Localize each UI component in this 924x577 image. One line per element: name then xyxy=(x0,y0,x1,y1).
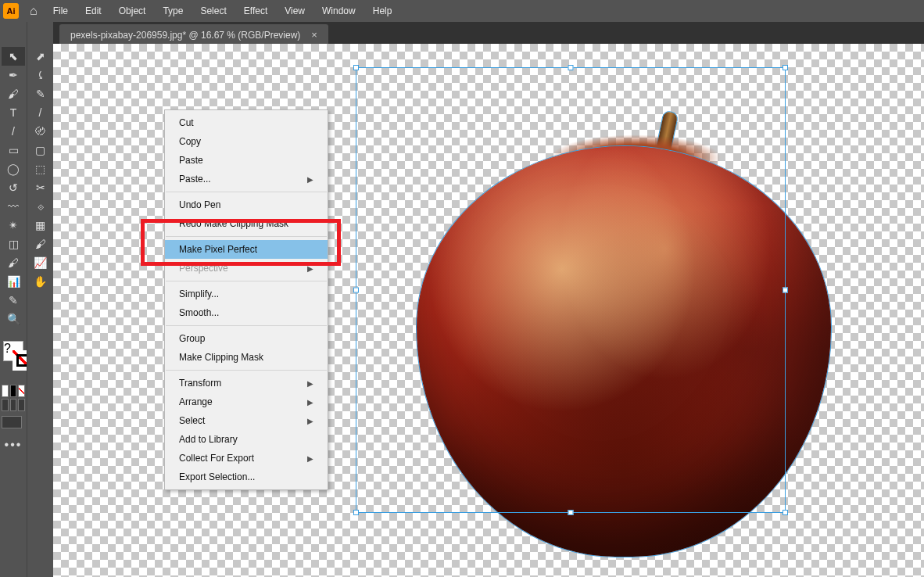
ctx-arrange[interactable]: Arrange▶ xyxy=(165,392,328,411)
direct-selection-tool-icon[interactable]: ⬈ xyxy=(29,47,52,66)
separator xyxy=(166,192,327,192)
shape-builder-tool-icon[interactable]: ✴ xyxy=(2,216,25,235)
document-tabs: pexels-pixabay-206959.jpg* @ 16.67 % (RG… xyxy=(0,22,924,45)
zoom-tool-icon[interactable]: 🔍 xyxy=(2,310,25,328)
menu-window[interactable]: Window xyxy=(314,1,364,21)
menu-view[interactable]: View xyxy=(277,1,313,21)
gradient-tool-icon[interactable]: ▦ xyxy=(29,216,52,235)
separator xyxy=(166,281,327,281)
rotate-tool-icon[interactable]: ↺ xyxy=(2,178,25,197)
menu-help[interactable]: Help xyxy=(365,1,400,21)
ctx-smooth[interactable]: Smooth... xyxy=(165,303,328,322)
artboard-tool-icon[interactable]: ▢ xyxy=(29,141,52,159)
ctx-paste-sub[interactable]: Paste...▶ xyxy=(165,170,328,188)
selection-tool-icon[interactable]: ⬉ xyxy=(2,47,25,66)
color-swatch[interactable] xyxy=(10,385,17,397)
ctx-make-pixel-perfect[interactable]: Make Pixel Perfect xyxy=(165,240,328,259)
draw-inside-icon[interactable] xyxy=(18,399,25,411)
ctx-make-clipping-mask[interactable]: Make Clipping Mask xyxy=(165,348,328,367)
symbol-sprayer-tool-icon[interactable]: 🖌 xyxy=(29,235,52,253)
selected-object[interactable] xyxy=(409,111,839,557)
ctx-paste[interactable]: Paste xyxy=(165,151,328,170)
separator xyxy=(166,236,327,237)
curvature-tool-icon[interactable]: ⤹ xyxy=(29,66,52,84)
ctx-undo[interactable]: Undo Pen xyxy=(165,195,328,214)
ctx-simplify[interactable]: Simplify... xyxy=(165,285,328,303)
eraser-tool-icon[interactable]: 〄 xyxy=(29,122,52,141)
chevron-right-icon: ▶ xyxy=(307,454,313,463)
chevron-right-icon: ▶ xyxy=(307,398,313,407)
scissors-tool-icon[interactable]: ✂ xyxy=(29,178,52,197)
blend-tool-icon[interactable]: 🖌 xyxy=(2,253,25,272)
menu-select[interactable]: Select xyxy=(192,1,234,21)
ellipse-tool-icon[interactable]: ◯ xyxy=(2,159,25,178)
ctx-redo[interactable]: Redo Make Clipping Mask xyxy=(165,214,328,233)
menu-bar: Ai ⌂ File Edit Object Type Select Effect… xyxy=(0,0,924,22)
line-tool-icon[interactable]: / xyxy=(2,122,25,141)
ctx-transform[interactable]: Transform▶ xyxy=(165,374,328,392)
ctx-perspective: Perspective▶ xyxy=(165,259,328,278)
draw-normal-icon[interactable] xyxy=(2,399,9,411)
color-swatch[interactable] xyxy=(2,385,9,397)
separator xyxy=(166,370,327,371)
draw-behind-icon[interactable] xyxy=(10,399,17,411)
ctx-cut[interactable]: Cut xyxy=(165,113,328,132)
document-tab[interactable]: pexels-pixabay-206959.jpg* @ 16.67 % (RG… xyxy=(59,24,328,45)
menu-effect[interactable]: Effect xyxy=(236,1,275,21)
ctx-select[interactable]: Select▶ xyxy=(165,411,328,430)
eyedropper-tool-icon[interactable]: ✎ xyxy=(2,291,25,310)
hand-tool-icon[interactable]: ✋ xyxy=(29,272,52,291)
perspective-grid-tool-icon[interactable]: ⟐ xyxy=(29,197,52,216)
edit-toolbar-button[interactable]: ••• xyxy=(0,438,27,452)
chevron-right-icon: ▶ xyxy=(307,264,313,273)
apple-body xyxy=(417,146,831,557)
ctx-collect-for-export[interactable]: Collect For Export▶ xyxy=(165,449,328,468)
graph-tool-icon[interactable]: 📊 xyxy=(2,272,25,291)
close-icon[interactable]: × xyxy=(311,29,317,41)
fill-stroke-swatch[interactable]: ? xyxy=(2,341,25,378)
column-graph-tool-icon[interactable]: 📈 xyxy=(29,253,52,272)
pen-tool-icon[interactable]: ✒ xyxy=(2,66,25,84)
menu-type[interactable]: Type xyxy=(155,1,191,21)
pencil-tool-icon[interactable]: ✎ xyxy=(29,84,52,103)
separator xyxy=(166,325,327,326)
none-swatch[interactable] xyxy=(18,385,25,397)
tab-label: pexels-pixabay-206959.jpg* @ 16.67 % (RG… xyxy=(70,30,300,41)
app-logo: Ai xyxy=(3,3,19,19)
ctx-export-selection[interactable]: Export Selection... xyxy=(165,468,328,486)
line-segment-tool-icon[interactable]: / xyxy=(29,103,52,122)
width-tool-icon[interactable]: 〰 xyxy=(2,197,25,216)
menu-file[interactable]: File xyxy=(45,1,76,21)
context-menu: Cut Copy Paste Paste...▶ Undo Pen Redo M… xyxy=(164,109,328,490)
screen-mode-icon[interactable] xyxy=(2,416,22,428)
ctx-copy[interactable]: Copy xyxy=(165,132,328,151)
toolbar-column-a: ⬉ ✒ 🖌 T / ▭ ◯ ↺ 〰 ✴ ◫ 🖌 📊 ✎ 🔍 ? ••• xyxy=(0,22,27,577)
ctx-group[interactable]: Group xyxy=(165,329,328,348)
chevron-right-icon: ▶ xyxy=(307,417,313,425)
menu-object[interactable]: Object xyxy=(111,1,154,21)
toolbar-column-b: ⬈ ⤹ ✎ / 〄 ▢ ⬚ ✂ ⟐ ▦ 🖌 📈 ✋ xyxy=(27,22,53,577)
brush-tool-icon[interactable]: 🖌 xyxy=(2,84,25,103)
ctx-add-to-library[interactable]: Add to Library xyxy=(165,430,328,449)
free-transform-tool-icon[interactable]: ⬚ xyxy=(29,159,52,178)
main-menu: File Edit Object Type Select Effect View… xyxy=(45,1,400,21)
mesh-tool-icon[interactable]: ◫ xyxy=(2,235,25,253)
menu-edit[interactable]: Edit xyxy=(77,1,109,21)
chevron-right-icon: ▶ xyxy=(307,379,313,388)
rectangle-tool-icon[interactable]: ▭ xyxy=(2,141,25,159)
chevron-right-icon: ▶ xyxy=(307,175,313,184)
home-icon[interactable]: ⌂ xyxy=(30,4,38,18)
type-tool-icon[interactable]: T xyxy=(2,103,25,122)
